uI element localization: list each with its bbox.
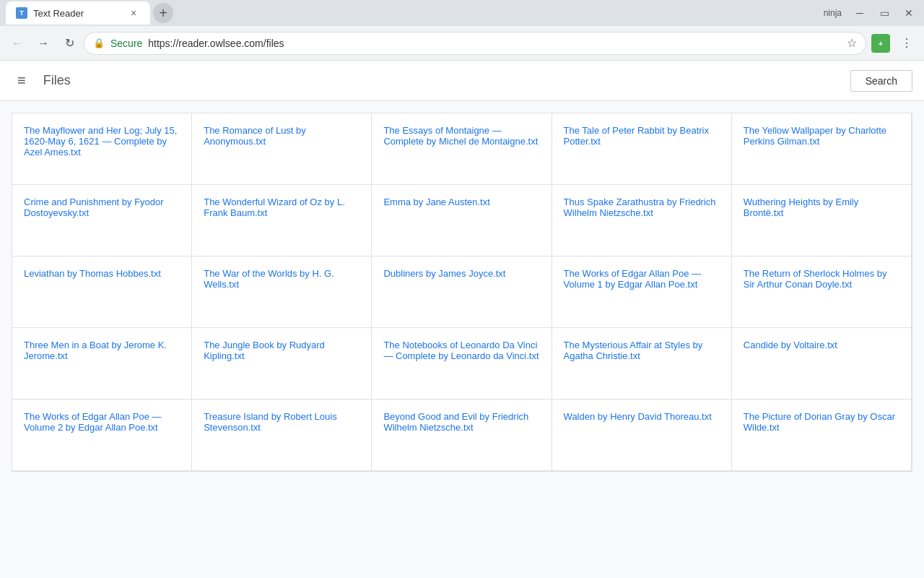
tab-close-button[interactable]: ×: [127, 7, 140, 20]
file-item[interactable]: The Essays of Montaigne — Complete by Mi…: [371, 113, 552, 185]
reload-button[interactable]: ↻: [58, 32, 81, 55]
file-item[interactable]: Dubliners by James Joyce.txt: [371, 256, 552, 328]
file-item[interactable]: Emma by Jane Austen.txt: [371, 184, 552, 256]
files-grid: The Mayflower and Her Log; July 15, 1620…: [12, 113, 912, 472]
page-title: Files: [43, 73, 839, 88]
secure-icon: 🔒: [93, 38, 105, 48]
file-item[interactable]: The Wonderful Wizard of Oz by L. Frank B…: [191, 184, 372, 256]
tab-favicon: T: [16, 7, 27, 19]
url-protocol: Secure: [110, 38, 142, 49]
search-button[interactable]: Search: [850, 70, 912, 92]
menu-button[interactable]: ⋮: [895, 32, 918, 55]
browser-titlebar: T Text Reader × + ninja ─ ▭ ✕: [0, 0, 924, 26]
file-item[interactable]: The Yellow Wallpaper by Charlotte Perkin…: [731, 113, 912, 185]
close-button[interactable]: ✕: [899, 4, 918, 22]
file-item[interactable]: The War of the Worlds by H. G. Wells.txt: [191, 256, 372, 328]
tab-title: Text Reader: [33, 8, 84, 19]
new-tab-button[interactable]: +: [153, 3, 173, 23]
file-item[interactable]: The Notebooks of Leonardo Da Vinci — Com…: [371, 327, 552, 400]
window-user-label: ninja: [824, 8, 842, 18]
extensions-button[interactable]: +: [869, 32, 892, 55]
hamburger-menu-icon[interactable]: ≡: [12, 66, 32, 95]
back-button[interactable]: ←: [6, 32, 29, 55]
file-item[interactable]: The Romance of Lust by Anonymous.txt: [191, 113, 372, 185]
file-item[interactable]: Beyond Good and Evil by Friedrich Wilhel…: [371, 399, 552, 471]
file-item[interactable]: The Works of Edgar Allan Poe — Volume 1 …: [552, 256, 732, 328]
toolbar-actions: + ⋮: [869, 32, 918, 55]
file-item[interactable]: Thus Spake Zarathustra by Friedrich Wilh…: [552, 184, 732, 256]
app-container: ≡ Files Search The Mayflower and Her Log…: [0, 61, 924, 578]
app-header: ≡ Files Search: [0, 61, 924, 101]
active-tab[interactable]: T Text Reader ×: [6, 1, 150, 25]
url-text: Secure https://reader.owlsee.com/files: [110, 38, 841, 49]
file-item[interactable]: The Picture of Dorian Gray by Oscar Wild…: [731, 399, 912, 471]
file-item[interactable]: The Mayflower and Her Log; July 15, 1620…: [12, 113, 192, 185]
window-controls: ninja ─ ▭ ✕: [824, 4, 918, 22]
extension-icon: +: [871, 34, 890, 53]
file-item[interactable]: Treasure Island by Robert Louis Stevenso…: [191, 399, 372, 471]
file-item[interactable]: The Jungle Book by Rudyard Kipling.txt: [191, 327, 372, 400]
file-item[interactable]: The Works of Edgar Allan Poe — Volume 2 …: [12, 399, 192, 471]
browser-toolbar: ← → ↻ 🔒 Secure https://reader.owlsee.com…: [0, 26, 924, 61]
restore-button[interactable]: ▭: [875, 4, 894, 22]
file-item[interactable]: The Tale of Peter Rabbit by Beatrix Pott…: [552, 113, 732, 185]
file-item[interactable]: Crime and Punishment by Fyodor Dostoyevs…: [12, 184, 192, 256]
address-bar[interactable]: 🔒 Secure https://reader.owlsee.com/files…: [84, 32, 866, 55]
file-item[interactable]: Candide by Voltaire.txt: [731, 327, 912, 400]
minimize-button[interactable]: ─: [850, 4, 869, 22]
file-item[interactable]: Walden by Henry David Thoreau.txt: [552, 399, 732, 471]
file-item[interactable]: Leviathan by Thomas Hobbes.txt: [12, 256, 192, 328]
files-container: The Mayflower and Her Log; July 15, 1620…: [0, 101, 924, 578]
url-value: https://reader.owlsee.com/files: [148, 38, 284, 49]
bookmark-icon[interactable]: ☆: [847, 36, 857, 50]
file-item[interactable]: The Return of Sherlock Holmes by Sir Art…: [731, 256, 912, 328]
forward-button[interactable]: →: [32, 32, 55, 55]
tab-bar: T Text Reader × +: [6, 1, 818, 25]
file-item[interactable]: Three Men in a Boat by Jerome K. Jerome.…: [12, 327, 192, 400]
file-item[interactable]: Wuthering Heights by Emily Brontë.txt: [731, 184, 912, 256]
file-item[interactable]: The Mysterious Affair at Styles by Agath…: [552, 327, 732, 400]
